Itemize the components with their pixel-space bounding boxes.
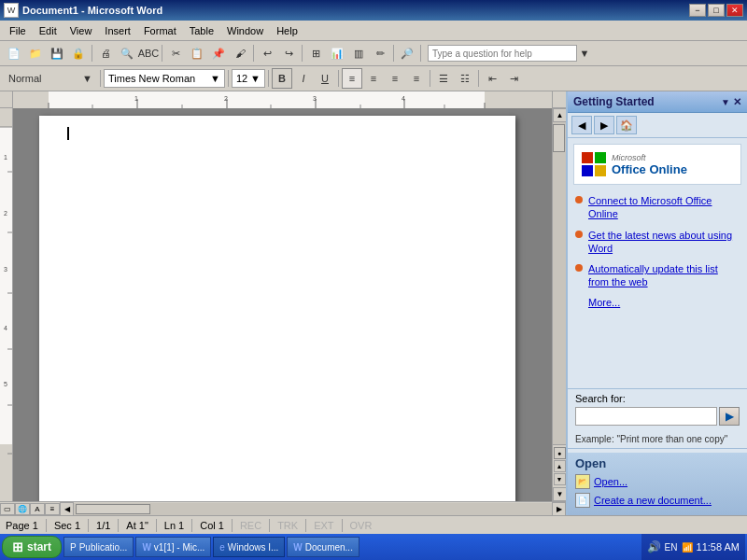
document-page[interactable] <box>39 116 515 501</box>
menu-file[interactable]: File <box>4 23 32 38</box>
font-name-value: Times New Roman <box>108 73 195 84</box>
hscroll-left[interactable]: ◀ <box>60 502 74 516</box>
permission-button[interactable]: 🔒 <box>68 43 89 63</box>
svg-rect-0 <box>13 91 49 108</box>
open-button[interactable]: 📁 <box>25 43 46 63</box>
decrease-indent[interactable]: ⇤ <box>482 68 502 89</box>
web-view-btn[interactable]: 🌐 <box>15 503 30 515</box>
getting-started-panel: Getting Started ▼ ✕ ◀ ▶ 🏠 Microsoft Offi… <box>566 91 747 515</box>
maximize-button[interactable]: □ <box>708 4 725 17</box>
spell-button[interactable]: ABC <box>138 43 159 63</box>
paste-button[interactable]: 📌 <box>208 43 229 63</box>
taskbar-item-3[interactable]: W Documen... <box>287 537 359 557</box>
normal-view-btn[interactable]: ▭ <box>0 503 15 515</box>
taskbar-item-1[interactable]: W v1[1] - Mic... <box>135 537 211 557</box>
create-new-link[interactable]: Create a new document... <box>594 495 712 506</box>
menu-view[interactable]: View <box>64 23 98 38</box>
bullets-btn[interactable]: ☰ <box>433 68 454 89</box>
align-left[interactable]: ≡ <box>342 68 362 89</box>
increase-indent[interactable]: ⇥ <box>503 68 524 89</box>
taskbar-item-0[interactable]: P Publicatio... <box>63 537 134 557</box>
vscroll-up[interactable]: ▲ <box>553 108 566 122</box>
vscroll-prev-page[interactable]: ▲ <box>554 460 566 472</box>
more-link[interactable]: More... <box>588 297 740 308</box>
panel-link-0[interactable]: Connect to Microsoft Office Online <box>588 194 740 221</box>
justify[interactable]: ≡ <box>406 68 427 89</box>
insert-excel[interactable]: 📊 <box>327 43 347 63</box>
style-value: Normal <box>8 73 41 84</box>
align-right[interactable]: ≡ <box>385 68 405 89</box>
menu-help[interactable]: Help <box>271 23 303 38</box>
panel-links-section: Connect to Microsoft Office Online Get t… <box>568 190 747 388</box>
window-controls: − □ ✕ <box>689 4 743 17</box>
taskbar-item-2[interactable]: e Windows I... <box>213 537 285 557</box>
svg-text:4: 4 <box>4 325 7 331</box>
menu-format[interactable]: Format <box>138 23 182 38</box>
close-button[interactable]: ✕ <box>726 4 743 17</box>
underline-button[interactable]: U <box>315 68 335 89</box>
redo-button[interactable]: ↪ <box>278 43 299 63</box>
font-name-dropdown[interactable]: Times New Roman ▼ <box>104 69 225 88</box>
new-button[interactable]: 📄 <box>4 43 24 63</box>
taskbar-icon-2: e <box>219 542 225 553</box>
hscroll-right[interactable]: ▶ <box>552 502 566 516</box>
copy-button[interactable]: 📋 <box>187 43 207 63</box>
font-size-dropdown[interactable]: 12 ▼ <box>232 69 265 88</box>
insert-table[interactable]: ⊞ <box>305 43 326 63</box>
vscroll-thumb[interactable] <box>553 124 565 152</box>
select-browse-object[interactable]: ● <box>554 447 566 459</box>
italic-button[interactable]: I <box>293 68 314 89</box>
hscroll-track[interactable] <box>74 503 552 515</box>
vertical-scrollbar[interactable]: ▲ ● ▲ ▼ ▼ <box>552 108 566 501</box>
hscroll-thumb[interactable] <box>76 504 150 514</box>
horizontal-scrollbar[interactable]: ▭ 🌐 A ≡ ◀ ▶ <box>0 501 566 515</box>
bold-button[interactable]: B <box>272 68 292 89</box>
help-dropdown[interactable]: ▼ <box>578 43 591 63</box>
vscroll-down[interactable]: ▼ <box>553 487 566 501</box>
vertical-ruler: 1 2 3 4 5 <box>0 108 13 501</box>
print-button[interactable]: 🖨 <box>95 43 116 63</box>
drawing-btn[interactable]: ✏ <box>370 43 390 63</box>
panel-link-2[interactable]: Automatically update this list from the … <box>588 262 740 289</box>
columns-btn[interactable]: ▥ <box>348 43 369 63</box>
panel-forward-btn[interactable]: ▶ <box>594 116 614 134</box>
sep-f3 <box>268 70 269 87</box>
cut-button[interactable]: ✂ <box>165 43 186 63</box>
menu-table[interactable]: Table <box>184 23 219 38</box>
open-file-link[interactable]: Open... <box>594 476 627 487</box>
search-go-button[interactable]: ▶ <box>719 407 740 426</box>
font-size-chevron: ▼ <box>250 73 261 84</box>
panel-close-btn[interactable]: ✕ <box>733 96 741 108</box>
align-center[interactable]: ≡ <box>363 68 384 89</box>
open-section-title: Open <box>575 456 740 470</box>
help-input[interactable] <box>428 45 577 62</box>
doc-inner: 1 2 3 4 5 <box>0 108 566 501</box>
menu-insert[interactable]: Insert <box>99 23 136 38</box>
start-button[interactable]: ⊞ start <box>2 536 62 558</box>
panel-link-1[interactable]: Get the latest news about using Word <box>588 229 740 256</box>
sep1 <box>92 45 92 62</box>
ruler-corner[interactable] <box>0 91 13 108</box>
save-button[interactable]: 💾 <box>47 43 67 63</box>
numbering-btn[interactable]: ☷ <box>455 68 475 89</box>
menu-window[interactable]: Window <box>221 23 269 38</box>
outline-view-btn[interactable]: ≡ <box>45 503 60 515</box>
zoom-btn[interactable]: 🔎 <box>397 43 417 63</box>
print-view-btn[interactable]: A <box>30 503 45 515</box>
style-dropdown-btn[interactable]: Normal ▼ <box>4 68 97 89</box>
document-scroll-area[interactable] <box>13 108 552 501</box>
panel-menu-btn[interactable]: ▼ <box>721 97 730 107</box>
panel-link-item-1: Get the latest news about using Word <box>575 229 740 256</box>
vscroll-track[interactable] <box>553 122 566 444</box>
minimize-button[interactable]: − <box>689 4 706 17</box>
panel-search-input[interactable] <box>575 407 717 426</box>
sep-s1 <box>46 519 47 532</box>
vscroll-next-page[interactable]: ▼ <box>554 473 566 485</box>
undo-button[interactable]: ↩ <box>257 43 277 63</box>
panel-home-btn[interactable]: 🏠 <box>616 116 637 134</box>
format-painter[interactable]: 🖌 <box>230 43 250 63</box>
menu-edit[interactable]: Edit <box>34 23 63 38</box>
sep-f4 <box>338 70 339 87</box>
panel-back-btn[interactable]: ◀ <box>571 116 592 134</box>
preview-button[interactable]: 🔍 <box>117 43 137 63</box>
